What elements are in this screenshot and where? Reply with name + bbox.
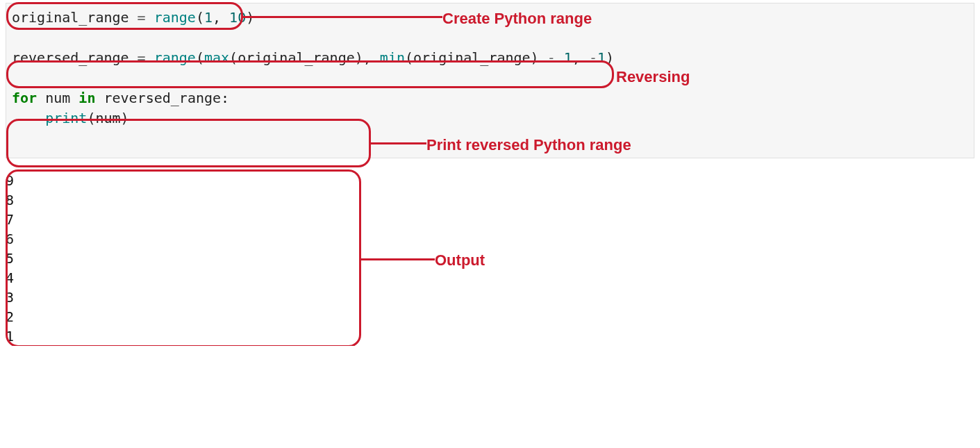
code-token: 1 [564,49,572,66]
code-token: original_range [12,9,129,26]
code-token: range [154,9,196,26]
code-token: , [213,9,229,26]
code-token: original_range [238,49,355,66]
code-token: : [221,90,229,106]
annotation-label-print: Print reversed Python range [426,134,631,156]
code-token [37,90,45,106]
code-token: ( [196,49,204,66]
code-token: range [154,49,196,66]
code-token: reversed_range [103,90,221,106]
code-text: original_range = range(1, 10) reversed_r… [12,8,968,128]
code-token: - [589,49,597,66]
code-token: min [380,49,405,66]
code-token: - [539,49,564,66]
code-token: = [129,49,154,66]
code-token: num [45,90,70,106]
code-token: ) [531,49,539,66]
code-token: 1 [597,49,606,66]
code-token: ) [606,49,614,66]
code-token: , [572,49,589,66]
code-token: , [363,49,380,66]
code-token: for [12,90,37,106]
code-token: ( [87,110,95,126]
code-token [70,90,78,106]
code-token: ( [405,49,413,66]
code-token: 1 [204,9,213,26]
code-token: max [204,49,229,66]
code-token: print [45,110,87,126]
code-token: 10 [229,9,246,26]
code-token [95,90,103,106]
code-token: ) [355,49,363,66]
output-block: 9 8 7 6 5 4 3 2 1 Output [6,171,974,346]
code-token [12,110,45,126]
code-token: original_range [413,49,531,66]
code-token: ( [229,49,238,66]
annotation-connector-print [371,142,426,144]
code-token: reversed_range [12,49,129,66]
code-token: = [129,9,154,26]
output-text: 9 8 7 6 5 4 3 2 1 [6,171,974,346]
code-token: ) [246,9,254,26]
code-token: in [78,90,95,106]
code-token: num [95,110,120,126]
code-block: original_range = range(1, 10) reversed_r… [6,3,974,158]
code-token: ) [121,110,129,126]
code-token: ( [196,9,204,26]
